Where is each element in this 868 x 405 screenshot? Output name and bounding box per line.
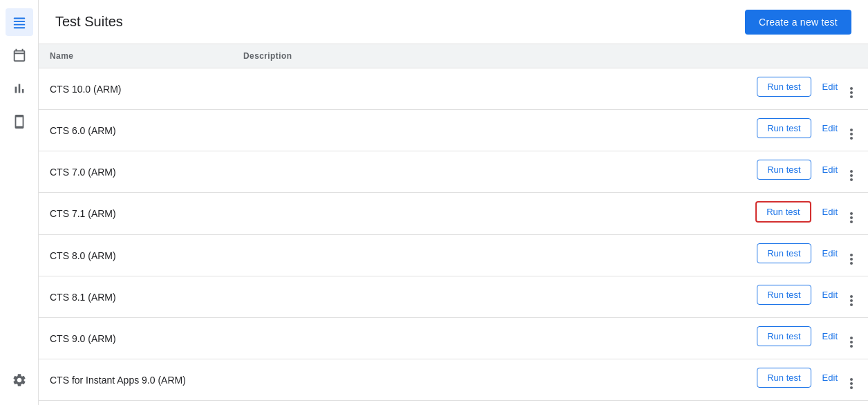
row-actions-cell: Run testEdit: [730, 359, 868, 401]
row-description-cell: [232, 276, 730, 318]
row-name-cell: NOOP: [39, 401, 232, 406]
run-test-button[interactable]: Run test: [757, 326, 811, 346]
row-description-cell: [232, 401, 730, 406]
more-options-icon: [850, 87, 853, 98]
edit-button[interactable]: Edit: [817, 119, 843, 138]
test-suites-table: Name Description CTS 10.0 (ARM)Run testE…: [39, 44, 868, 405]
create-new-test-button[interactable]: Create a new test: [745, 10, 851, 35]
table-row: CTS 10.0 (ARM)Run testEdit: [39, 68, 868, 110]
more-options-button[interactable]: [846, 84, 857, 101]
svg-rect-2: [13, 24, 25, 26]
table-row: CTS for Instant Apps 9.0 (ARM)Run testEd…: [39, 359, 868, 401]
device-icon: [12, 114, 27, 129]
row-description-cell: [232, 359, 730, 401]
sidebar-item-device[interactable]: [6, 108, 33, 135]
more-options-icon: [850, 212, 853, 223]
run-test-button[interactable]: Run test: [757, 285, 811, 305]
svg-rect-0: [13, 18, 25, 19]
row-name-cell: CTS 10.0 (ARM): [39, 68, 232, 110]
page-title: Test Suites: [55, 14, 123, 30]
settings-icon: [12, 373, 27, 388]
edit-button[interactable]: Edit: [817, 327, 843, 346]
more-options-icon: [850, 378, 853, 389]
run-test-button[interactable]: Run test: [757, 118, 811, 138]
row-name-cell: CTS 6.0 (ARM): [39, 110, 232, 151]
column-header-description: Description: [232, 44, 730, 68]
column-header-name: Name: [39, 44, 232, 68]
row-actions-cell: Run testEdit: [730, 276, 868, 318]
table-row: CTS 7.0 (ARM)Run testEdit: [39, 151, 868, 193]
row-name-cell: CTS 8.0 (ARM): [39, 235, 232, 276]
row-actions-cell: Run testEdit: [730, 318, 868, 359]
main-content: Test Suites Create a new test Name Descr…: [39, 0, 868, 405]
sidebar-item-chart[interactable]: [6, 75, 33, 102]
row-actions-cell: Run testEdit: [730, 110, 868, 151]
more-options-button[interactable]: [846, 126, 857, 142]
more-options-icon: [850, 170, 853, 181]
more-options-button[interactable]: [846, 251, 857, 267]
row-actions-cell: Run testEdit: [730, 68, 868, 110]
sidebar: [0, 0, 39, 405]
more-options-icon: [850, 254, 853, 265]
sidebar-item-settings[interactable]: [6, 366, 33, 394]
table-row: CTS 9.0 (ARM)Run testEdit: [39, 318, 868, 359]
edit-button[interactable]: Edit: [817, 77, 843, 96]
edit-button[interactable]: Edit: [817, 160, 843, 179]
run-test-button[interactable]: Run test: [757, 368, 811, 388]
row-actions-cell: Run testEdit: [730, 235, 868, 276]
row-description-cell: [232, 235, 730, 276]
table-row: CTS 7.1 (ARM)Run testEdit: [39, 193, 868, 235]
table-row: NOOPRun testEdit: [39, 401, 868, 406]
run-test-button[interactable]: Run test: [757, 243, 811, 263]
more-options-button[interactable]: [846, 167, 857, 184]
table-row: CTS 6.0 (ARM)Run testEdit: [39, 110, 868, 151]
row-description-cell: [232, 318, 730, 359]
calendar-icon: [12, 48, 27, 63]
chart-icon: [12, 81, 27, 96]
row-description-cell: [232, 68, 730, 110]
edit-button[interactable]: Edit: [817, 202, 843, 221]
more-options-icon: [850, 337, 853, 348]
table-row: CTS 8.0 (ARM)Run testEdit: [39, 235, 868, 276]
row-name-cell: CTS for Instant Apps 9.0 (ARM): [39, 359, 232, 401]
row-description-cell: [232, 110, 730, 151]
more-options-button[interactable]: [846, 375, 857, 392]
more-options-button[interactable]: [846, 334, 857, 350]
svg-rect-3: [13, 27, 25, 28]
run-test-button[interactable]: Run test: [757, 77, 811, 97]
row-description-cell: [232, 151, 730, 193]
table-header-row: Name Description: [39, 44, 868, 68]
more-options-button[interactable]: [846, 292, 857, 309]
more-options-icon: [850, 295, 853, 306]
row-name-cell: CTS 7.0 (ARM): [39, 151, 232, 193]
sidebar-item-list[interactable]: [6, 8, 33, 36]
row-name-cell: CTS 7.1 (ARM): [39, 193, 232, 235]
page-header: Test Suites Create a new test: [39, 0, 868, 44]
row-actions-cell: Run testEdit: [730, 193, 868, 235]
list-icon: [12, 15, 27, 30]
row-description-cell: [232, 193, 730, 235]
column-header-actions: [730, 44, 868, 68]
test-suites-table-container: Name Description CTS 10.0 (ARM)Run testE…: [39, 44, 868, 405]
more-options-button[interactable]: [846, 209, 857, 226]
svg-rect-1: [13, 21, 25, 22]
edit-button[interactable]: Edit: [817, 368, 843, 387]
more-options-icon: [850, 129, 853, 140]
run-test-button[interactable]: Run test: [757, 160, 811, 180]
sidebar-item-calendar[interactable]: [6, 41, 33, 69]
edit-button[interactable]: Edit: [817, 244, 843, 263]
table-row: CTS 8.1 (ARM)Run testEdit: [39, 276, 868, 318]
row-name-cell: CTS 8.1 (ARM): [39, 276, 232, 318]
row-actions-cell: Run testEdit: [730, 151, 868, 193]
row-name-cell: CTS 9.0 (ARM): [39, 318, 232, 359]
edit-button[interactable]: Edit: [817, 285, 843, 304]
row-actions-cell: Run testEdit: [730, 401, 868, 406]
run-test-button[interactable]: Run test: [755, 201, 811, 223]
